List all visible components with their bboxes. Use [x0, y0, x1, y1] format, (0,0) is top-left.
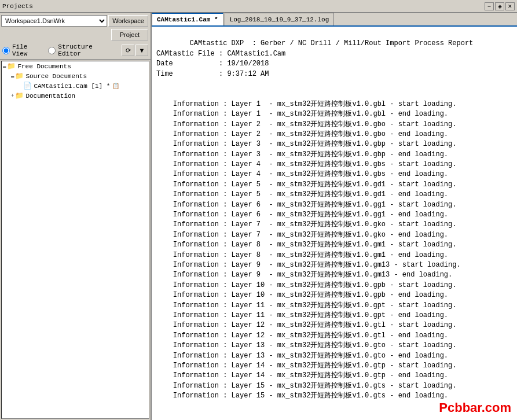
workspace-button[interactable]: Workspace — [108, 15, 148, 27]
float-button[interactable]: ◈ — [495, 2, 504, 10]
tree-label-documentation: Documentation — [25, 93, 75, 100]
workspace-row: Workspace1.DsnWrk Workspace — [0, 13, 151, 28]
project-button[interactable]: Project — [111, 29, 148, 40]
expand-icon: ▬ — [3, 64, 6, 69]
structure-editor-radio[interactable] — [48, 47, 56, 54]
expand-icon-source: ▬ — [11, 73, 14, 79]
tree-label-source-documents: Source Documents — [25, 73, 87, 80]
close-button[interactable]: ✕ — [505, 2, 515, 10]
minimize-button[interactable]: – — [485, 2, 494, 10]
tree-item-free-documents[interactable]: ▬ 📁 Free Documents — [2, 61, 149, 71]
log-statistics: Statistics : Errors : 0 Warnings : 0 Inf… — [156, 401, 512, 420]
tab-camtastic[interactable]: CAMtastic1.Cam * — [152, 13, 223, 25]
view-radio-group: File View Structure Editor — [2, 43, 118, 57]
left-panel: Workspace1.DsnWrk Workspace Project File… — [0, 13, 152, 420]
expand-icon-cam — [19, 83, 22, 89]
tab-log-label: Log_2018_10_19_9_37_12.log — [230, 16, 329, 23]
tree-label-camtastic: CAMtastic1.Cam [1] * — [34, 83, 110, 90]
tree-panel: ▬ 📁 Free Documents ▬ 📁 Source Documents … — [1, 61, 149, 419]
log-header: CAMtastic DXP : Gerber / NC Drill / Mill… — [156, 39, 473, 78]
tree-item-documentation[interactable]: + 📁 Documentation — [2, 91, 149, 101]
source-folder-icon: 📁 — [15, 72, 24, 80]
expand-icon-doc: + — [11, 93, 14, 99]
view-icons: ⟳ ▼ — [122, 45, 148, 56]
tree-label-free-documents: Free Documents — [17, 63, 71, 70]
folder-icon: 📁 — [7, 62, 16, 71]
panel-title: Projects — [2, 3, 485, 10]
top-bar: Projects – ◈ ✕ — [0, 0, 517, 13]
tree-item-camtastic[interactable]: 📄 CAMtastic1.Cam [1] * 📋 — [2, 81, 149, 91]
file-view-radio[interactable] — [2, 47, 10, 54]
project-row: Project — [0, 28, 151, 42]
content-area[interactable]: CAMtastic DXP : Gerber / NC Drill / Mill… — [152, 27, 517, 420]
tree-item-source-documents[interactable]: ▬ 📁 Source Documents — [2, 71, 149, 81]
tab-camtastic-label: CAMtastic1.Cam * — [157, 16, 218, 23]
main-layout: Workspace1.DsnWrk Workspace Project File… — [0, 13, 517, 420]
log-text: CAMtastic DXP : Gerber / NC Drill / Mill… — [156, 29, 512, 89]
tab-bar: CAMtastic1.Cam * Log_2018_10_19_9_37_12.… — [152, 13, 517, 27]
log-lines: Information : Layer 1 - mx_stm32开短路控制板v1… — [156, 89, 512, 401]
cam-flag-icon: 📋 — [112, 83, 119, 90]
doc-folder-icon: 📁 — [15, 91, 24, 100]
refresh-button[interactable]: ⟳ — [122, 45, 134, 56]
settings-button[interactable]: ▼ — [135, 45, 148, 56]
cam-doc-icon: 📄 — [23, 82, 32, 90]
tab-log[interactable]: Log_2018_10_19_9_37_12.log — [225, 13, 335, 25]
file-view-label: File View — [12, 43, 46, 57]
window-controls: – ◈ ✕ — [485, 2, 515, 10]
structure-editor-label: Structure Editor — [58, 43, 118, 57]
right-panel: CAMtastic1.Cam * Log_2018_10_19_9_37_12.… — [152, 13, 517, 420]
view-row: File View Structure Editor ⟳ ▼ — [0, 42, 151, 60]
workspace-dropdown[interactable]: Workspace1.DsnWrk — [1, 15, 107, 27]
